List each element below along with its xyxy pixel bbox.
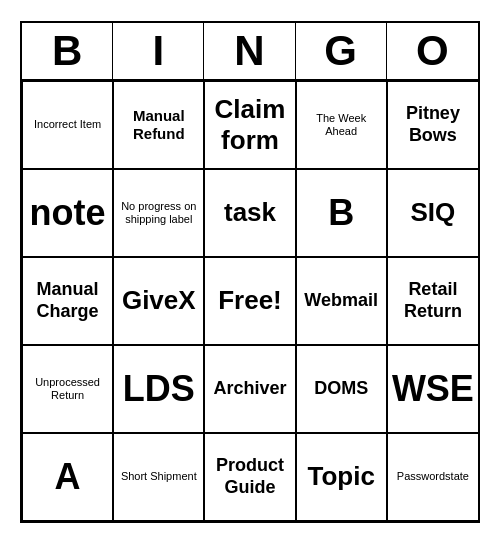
header-letter: N	[204, 23, 295, 79]
bingo-cell: Incorrect Item	[22, 81, 113, 169]
bingo-cell: Short Shipment	[113, 433, 204, 521]
bingo-grid: Incorrect ItemManual RefundClaim formThe…	[22, 81, 478, 521]
bingo-cell: Claim form	[204, 81, 295, 169]
bingo-cell: DOMS	[296, 345, 387, 433]
header-letter: O	[387, 23, 478, 79]
bingo-cell: LDS	[113, 345, 204, 433]
bingo-cell: Unprocessed Return	[22, 345, 113, 433]
bingo-cell: The Week Ahead	[296, 81, 387, 169]
bingo-cell: Retail Return	[387, 257, 478, 345]
header-letter: B	[22, 23, 113, 79]
bingo-cell: note	[22, 169, 113, 257]
header-letter: G	[296, 23, 387, 79]
bingo-cell: Passwordstate	[387, 433, 478, 521]
bingo-cell: WSE	[387, 345, 478, 433]
bingo-cell: Archiver	[204, 345, 295, 433]
bingo-cell: Free!	[204, 257, 295, 345]
bingo-header: BINGO	[22, 23, 478, 81]
bingo-cell: SIQ	[387, 169, 478, 257]
header-letter: I	[113, 23, 204, 79]
bingo-cell: Pitney Bows	[387, 81, 478, 169]
bingo-cell: B	[296, 169, 387, 257]
bingo-cell: GiveX	[113, 257, 204, 345]
bingo-cell: Product Guide	[204, 433, 295, 521]
bingo-cell: Topic	[296, 433, 387, 521]
bingo-card: BINGO Incorrect ItemManual RefundClaim f…	[20, 21, 480, 523]
bingo-cell: Manual Charge	[22, 257, 113, 345]
bingo-cell: A	[22, 433, 113, 521]
bingo-cell: Webmail	[296, 257, 387, 345]
bingo-cell: Manual Refund	[113, 81, 204, 169]
bingo-cell: No progress on shipping label	[113, 169, 204, 257]
bingo-cell: task	[204, 169, 295, 257]
